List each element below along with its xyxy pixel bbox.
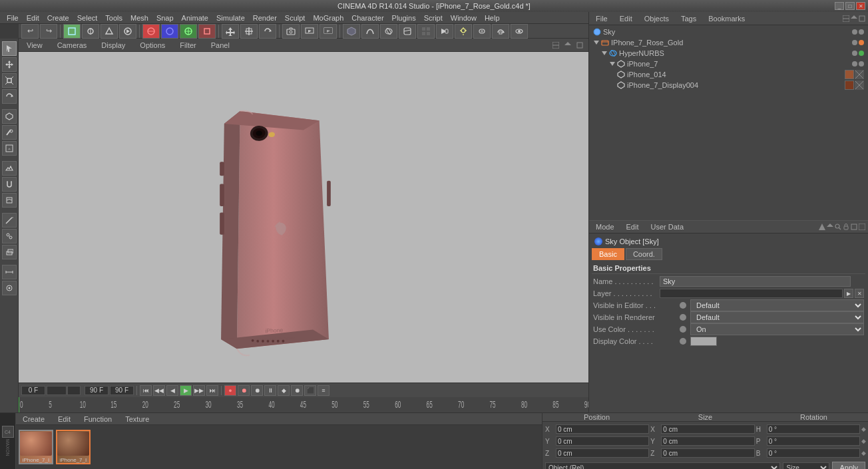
camera-button[interactable] <box>282 24 300 39</box>
nurbs-button[interactable] <box>380 24 397 39</box>
basic-tab-button[interactable]: Basic <box>592 248 624 260</box>
b-rot-input[interactable] <box>767 448 860 458</box>
play-back-button[interactable]: ◀ <box>166 385 178 396</box>
mat-edit-tab[interactable]: Edit <box>54 414 75 424</box>
lense-button[interactable] <box>473 24 491 39</box>
om-edit-tab[interactable]: Edit <box>616 14 636 23</box>
user-data-tab[interactable]: User Data <box>647 222 688 232</box>
weld-tool[interactable] <box>2 229 17 243</box>
om-row-iphone7[interactable]: iPhone_7 <box>590 59 867 69</box>
light-button[interactable] <box>455 24 472 39</box>
cycle-button[interactable] <box>492 24 509 39</box>
options-button[interactable]: ≡ <box>318 385 329 396</box>
mat-function-tab[interactable]: Function <box>80 414 116 424</box>
layer-browse-btn[interactable]: ▶ <box>844 289 853 298</box>
size-mode-select[interactable]: Size Scale <box>783 462 829 469</box>
magnet-tool[interactable] <box>2 177 17 192</box>
material-thumb-2[interactable]: iPhone_7_I <box>56 430 91 464</box>
mat-create-tab[interactable]: Create <box>19 414 49 424</box>
brush-tool[interactable] <box>2 125 17 140</box>
om-tags-tab[interactable]: Tags <box>677 14 700 23</box>
maximize-button[interactable]: □ <box>845 2 855 10</box>
viewport-canvas[interactable]: iPhone Designed by Apple <box>19 52 588 412</box>
texture-mode-button[interactable] <box>101 24 118 39</box>
p-adjust[interactable]: ◆ <box>861 438 865 444</box>
menu-script[interactable]: Script <box>420 13 447 23</box>
preview-button[interactable]: ⬛ <box>304 385 316 396</box>
om-row-sky[interactable]: Sky <box>590 27 867 37</box>
display-tab[interactable]: Display <box>97 41 129 50</box>
step-forward-button[interactable]: ▶▶ <box>193 385 205 396</box>
menu-character[interactable]: Character <box>347 13 387 23</box>
polygon-selection-button[interactable] <box>198 24 216 39</box>
cameras-tab[interactable]: Cameras <box>53 41 91 50</box>
menu-render[interactable]: Render <box>249 13 281 23</box>
p-rot-input[interactable] <box>767 436 860 446</box>
window-controls[interactable]: _ □ ✕ <box>835 2 865 10</box>
record-active-button[interactable]: ● <box>224 385 236 396</box>
visible-editor-select[interactable]: DefaultOnOff <box>690 299 864 311</box>
arrow-tool[interactable] <box>2 41 17 56</box>
menu-create[interactable]: Create <box>43 13 73 23</box>
om-bookmarks-tab[interactable]: Bookmarks <box>704 14 749 23</box>
menu-mesh[interactable]: Mesh <box>126 13 152 23</box>
go-to-end-button[interactable]: ⏭ <box>206 385 218 396</box>
material-thumb-1[interactable]: iPhone_7_I <box>19 430 53 464</box>
menu-simulate[interactable]: Simulate <box>212 13 249 23</box>
options-tab[interactable]: Options <box>136 41 169 50</box>
display-color-swatch[interactable] <box>690 337 717 346</box>
rotate-tool[interactable] <box>2 89 17 104</box>
filter-tab[interactable]: Filter <box>176 41 200 50</box>
record-button[interactable]: ⏺ <box>238 385 250 396</box>
scale-button[interactable] <box>240 24 258 39</box>
eye-button[interactable] <box>511 24 528 39</box>
menu-select[interactable]: Select <box>73 13 102 23</box>
end-frame-input[interactable] <box>85 386 108 395</box>
subdivision-button[interactable] <box>417 24 435 39</box>
move-button[interactable] <box>222 24 239 39</box>
view-tab[interactable]: View <box>23 41 47 50</box>
panel-tab[interactable]: Panel <box>207 41 234 50</box>
keyframe-button[interactable]: ◆ <box>278 385 290 396</box>
menu-window[interactable]: Window <box>447 13 481 23</box>
terrain-tool[interactable] <box>2 161 17 176</box>
scale-tool[interactable] <box>2 73 17 88</box>
h-rot-input[interactable] <box>767 424 860 434</box>
om-row-hypernurbs[interactable]: HyperNURBS <box>590 48 867 59</box>
motion-clip-button[interactable]: ⏸ <box>264 385 276 396</box>
knife-tool[interactable] <box>2 213 17 228</box>
z-pos-input[interactable] <box>556 448 649 458</box>
x-pos-input[interactable] <box>556 424 649 434</box>
polygon-tool[interactable] <box>2 109 17 124</box>
menu-tools[interactable]: Tools <box>101 13 126 23</box>
menu-file[interactable]: File <box>3 13 23 23</box>
frame-step-input[interactable] <box>47 386 67 395</box>
apply-button[interactable]: Apply <box>832 462 865 469</box>
paint-tool[interactable] <box>2 141 17 156</box>
use-color-select[interactable]: OnOff <box>690 323 864 335</box>
mode-tab[interactable]: Mode <box>592 222 618 232</box>
minimize-button[interactable]: _ <box>835 2 844 10</box>
live-selection-button[interactable] <box>142 24 160 39</box>
undo-button[interactable]: ↩ <box>21 24 39 39</box>
om-file-tab[interactable]: File <box>592 14 612 23</box>
h-adjust[interactable]: ◆ <box>861 426 865 432</box>
end-frame2-input[interactable] <box>110 386 134 395</box>
fps-input[interactable] <box>67 386 81 395</box>
deform-tool[interactable] <box>2 193 17 208</box>
om-row-iphone7display[interactable]: iPhone_7_Display004 <box>590 80 867 90</box>
menu-edit[interactable]: Edit <box>23 13 43 23</box>
menu-plugins[interactable]: Plugins <box>388 13 420 23</box>
current-frame-input[interactable] <box>21 386 45 395</box>
layer-clear-btn[interactable]: ✕ <box>855 289 864 298</box>
b-adjust[interactable]: ◆ <box>861 450 865 456</box>
camera-object-button[interactable] <box>436 24 453 39</box>
cube-tool-button[interactable] <box>343 24 360 39</box>
animate-button[interactable] <box>119 24 136 39</box>
visible-renderer-select[interactable]: DefaultOnOff <box>690 311 864 323</box>
name-input[interactable] <box>660 276 851 287</box>
om-objects-tab[interactable]: Objects <box>640 14 673 23</box>
om-row-iphone014[interactable]: iPhone_014 <box>590 69 867 80</box>
go-to-start-button[interactable]: ⏮ <box>140 385 152 396</box>
x-size-input[interactable] <box>661 424 754 434</box>
